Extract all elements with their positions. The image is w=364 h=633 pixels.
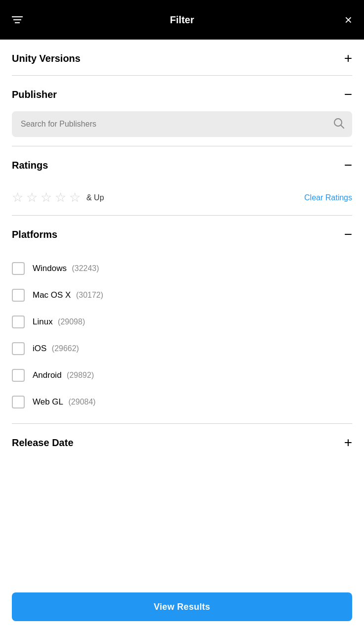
unity-versions-title: Unity Versions bbox=[12, 53, 81, 64]
platform-item-android[interactable]: Android (29892) bbox=[12, 362, 352, 389]
publisher-section: Publisher − bbox=[0, 76, 364, 137]
platforms-section: Platforms − Windows (32243) Mac OS X (30… bbox=[0, 216, 364, 423]
platform-list: Windows (32243) Mac OS X (30172) Linux (… bbox=[12, 251, 352, 423]
platforms-header[interactable]: Platforms − bbox=[12, 216, 352, 251]
checkbox-webgl[interactable] bbox=[12, 396, 25, 408]
ratings-section: Ratings − ☆ ☆ ☆ ☆ ☆ & Up Clear Ratings bbox=[0, 146, 364, 215]
checkbox-linux[interactable] bbox=[12, 316, 25, 328]
publisher-search-input[interactable] bbox=[12, 111, 352, 137]
publisher-header[interactable]: Publisher − bbox=[12, 76, 352, 111]
checkbox-android[interactable] bbox=[12, 369, 25, 382]
ratings-toggle[interactable]: − bbox=[344, 158, 352, 172]
platform-item-windows[interactable]: Windows (32243) bbox=[12, 255, 352, 282]
filter-icon bbox=[12, 16, 23, 23]
filter-content: Unity Versions + Publisher − Ratings − bbox=[0, 40, 364, 509]
ratings-header[interactable]: Ratings − bbox=[12, 146, 352, 182]
platform-item-linux[interactable]: Linux (29098) bbox=[12, 309, 352, 335]
release-date-section: Release Date + bbox=[0, 424, 364, 459]
stars-group: ☆ ☆ ☆ ☆ ☆ & Up bbox=[12, 190, 104, 205]
ratings-row: ☆ ☆ ☆ ☆ ☆ & Up Clear Ratings bbox=[12, 182, 352, 215]
platform-name-macosx: Mac OS X (30172) bbox=[33, 290, 103, 300]
platform-name-linux: Linux (29098) bbox=[33, 317, 85, 327]
view-results-button[interactable]: View Results bbox=[12, 592, 352, 621]
platform-name-ios: iOS (29662) bbox=[33, 344, 79, 354]
platform-name-windows: Windows (32243) bbox=[33, 264, 99, 273]
platform-item-ios[interactable]: iOS (29662) bbox=[12, 335, 352, 362]
star-4[interactable]: ☆ bbox=[55, 190, 66, 205]
footer: View Results bbox=[0, 585, 364, 633]
platforms-title: Platforms bbox=[12, 229, 57, 240]
search-icon bbox=[333, 118, 344, 131]
star-5[interactable]: ☆ bbox=[69, 190, 81, 205]
platform-item-macosx[interactable]: Mac OS X (30172) bbox=[12, 282, 352, 309]
header: Filter × bbox=[0, 0, 364, 40]
platform-name-android: Android (29892) bbox=[33, 370, 94, 380]
close-button[interactable]: × bbox=[345, 13, 352, 26]
filter-icon-area bbox=[12, 16, 23, 23]
unity-versions-section: Unity Versions + bbox=[0, 40, 364, 75]
publisher-title: Publisher bbox=[12, 89, 57, 100]
publisher-search-wrapper bbox=[12, 111, 352, 137]
release-date-title: Release Date bbox=[12, 437, 74, 449]
platform-name-webgl: Web GL (29084) bbox=[33, 397, 96, 407]
and-up-label: & Up bbox=[86, 193, 104, 202]
platform-item-webgl[interactable]: Web GL (29084) bbox=[12, 389, 352, 415]
star-3[interactable]: ☆ bbox=[40, 190, 52, 205]
svg-line-1 bbox=[341, 125, 344, 128]
platforms-toggle[interactable]: − bbox=[344, 227, 352, 241]
clear-ratings-button[interactable]: Clear Ratings bbox=[304, 193, 352, 202]
unity-versions-toggle[interactable]: + bbox=[344, 51, 352, 65]
checkbox-ios[interactable] bbox=[12, 342, 25, 355]
checkbox-windows[interactable] bbox=[12, 262, 25, 275]
publisher-toggle[interactable]: − bbox=[344, 88, 352, 101]
unity-versions-header[interactable]: Unity Versions + bbox=[12, 40, 352, 75]
ratings-title: Ratings bbox=[12, 160, 48, 171]
release-date-header[interactable]: Release Date + bbox=[12, 424, 352, 459]
release-date-toggle[interactable]: + bbox=[344, 436, 352, 450]
star-2[interactable]: ☆ bbox=[26, 190, 38, 205]
header-title: Filter bbox=[170, 14, 194, 26]
checkbox-macosx[interactable] bbox=[12, 289, 25, 302]
star-1[interactable]: ☆ bbox=[12, 190, 23, 205]
